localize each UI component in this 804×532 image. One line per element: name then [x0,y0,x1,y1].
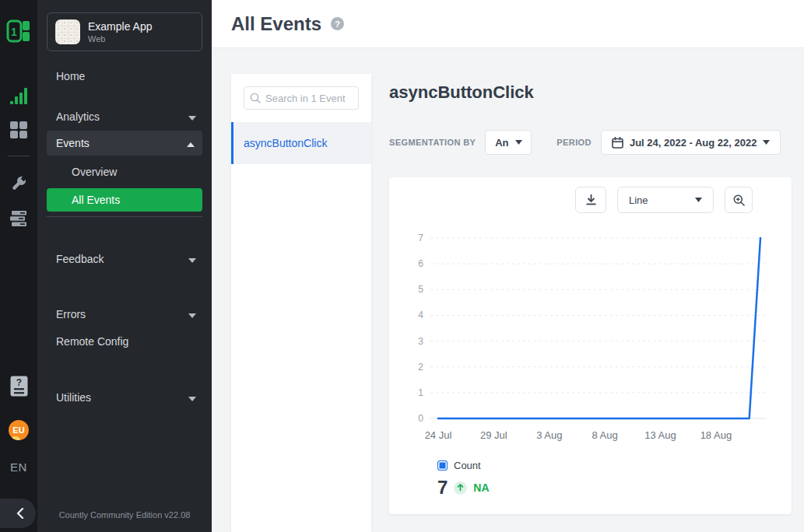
count-series-label: Count [454,460,481,471]
event-title: asyncButtonClick [389,82,534,103]
svg-text:0: 0 [418,413,423,424]
icon-rail: 1 [0,0,37,532]
avatar-status [11,436,20,440]
app-selector[interactable]: Example App Web [47,12,202,51]
segmentation-select[interactable]: An [485,130,532,155]
event-detail: asyncButtonClick SEGMENTATION BY An PERI… [389,49,792,532]
app-name: Example App [88,20,153,33]
sidebar: Example App Web Home Analytics Events Ov… [37,0,212,532]
avatar-initials: EU [12,425,24,435]
segmentation-label: SEGMENTATION BY [389,138,476,147]
svg-text:6: 6 [418,258,423,269]
sidebar-divider [47,216,202,217]
chevron-down-icon [188,110,196,123]
svg-text:?: ? [16,377,21,388]
svg-text:4: 4 [418,310,423,320]
sidebar-item-home[interactable]: Home [37,65,212,87]
chevron-down-icon [188,391,196,404]
svg-text:1: 1 [418,387,423,398]
sidebar-item-analytics[interactable]: Analytics [37,106,212,128]
period-select[interactable]: Jul 24, 2022 - Aug 22, 2022 [601,130,781,155]
svg-text:7: 7 [418,233,423,243]
page-header: All Events ? [212,0,804,48]
chart-card: Line 0123456724 Jul29 Jul3 Aug8 Aug13 Au… [389,177,792,514]
trend-up-icon [454,481,467,495]
chart-toolbar: Line [575,187,753,213]
apps-grid-icon[interactable] [0,121,37,139]
event-list-panel: asyncButtonClick [231,74,371,532]
svg-text:29 Jul: 29 Jul [480,429,507,441]
controls-row: SEGMENTATION BY An PERIOD Jul 24, 2022 -… [389,130,781,155]
page-title: All Events [231,13,321,35]
analytics-bars-icon[interactable] [0,87,37,106]
sidebar-item-overview[interactable]: Overview [37,161,212,183]
wrench-icon[interactable] [0,174,37,193]
rail-divider [8,156,30,156]
help-icon[interactable]: ? [331,17,344,30]
event-search-input[interactable] [244,86,359,110]
version-label: Countly Community Edition v22.08 [37,510,212,520]
zoom-in-icon [733,194,745,206]
svg-text:3: 3 [418,336,423,347]
svg-text:2: 2 [418,362,423,373]
sidebar-item-utilities[interactable]: Utilities [37,387,212,408]
period-label: PERIOD [556,138,592,147]
language-switcher[interactable]: EN [0,460,37,474]
chevron-left-icon [16,508,24,519]
chevron-down-icon [188,253,196,265]
line-chart[interactable]: 0123456724 Jul29 Jul3 Aug8 Aug13 Aug18 A… [395,232,773,450]
chart-legend: Count 7 NA [437,460,490,499]
sidebar-item-events[interactable]: Events [47,131,202,156]
count-total: 7 [437,477,448,499]
trend-value: NA [473,481,489,494]
svg-text:18 Aug: 18 Aug [700,429,732,441]
calendar-icon [612,137,623,149]
svg-text:13 Aug: 13 Aug [644,429,676,441]
event-list-item-selected[interactable]: asyncButtonClick [231,122,371,164]
app-type: Web [88,34,153,44]
chevron-down-icon [188,308,196,320]
svg-text:5: 5 [418,284,423,295]
chart-zoom-button[interactable] [725,187,753,213]
app-icon [55,19,80,44]
avatar[interactable]: EU [0,420,37,440]
chevron-down-icon [763,140,770,145]
sidebar-item-all-events[interactable]: All Events [47,188,202,212]
download-icon [585,194,597,206]
svg-text:8 Aug: 8 Aug [592,429,618,441]
sidebar-item-remote-config[interactable]: Remote Config [37,331,212,352]
download-chart-button[interactable] [575,187,606,213]
language-label: EN [10,460,27,474]
main-content: asyncButtonClick asyncButtonClick SEGMEN… [212,49,804,532]
sidebar-item-errors[interactable]: Errors [37,303,212,325]
svg-text:1: 1 [11,26,17,38]
chart-type-select[interactable]: Line [617,187,714,213]
chevron-up-icon [187,137,195,149]
countly-logo-icon[interactable]: 1 [0,19,37,44]
svg-text:3 Aug: 3 Aug [536,429,562,441]
svg-text:24 Jul: 24 Jul [425,429,452,441]
count-series-checkbox[interactable] [437,460,448,471]
server-stack-icon[interactable] [0,209,37,228]
chevron-down-icon [695,198,702,202]
sidebar-item-feedback[interactable]: Feedback [37,248,212,270]
report-manager-icon[interactable]: ? [0,376,37,397]
chevron-down-icon [515,140,522,145]
search-icon [250,93,261,103]
collapse-sidebar-button[interactable] [0,499,36,528]
